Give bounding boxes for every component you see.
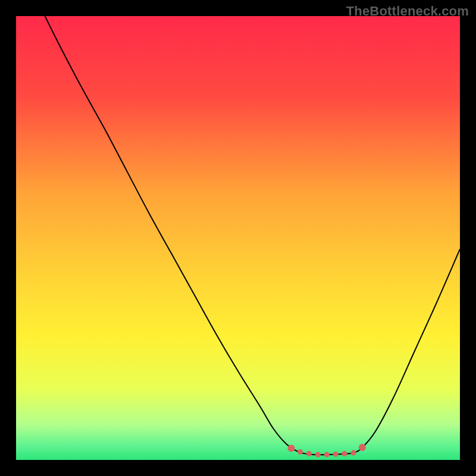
- gradient-background: [16, 16, 460, 460]
- chart-frame: TheBottleneck.com: [0, 0, 476, 476]
- watermark-label: TheBottleneck.com: [346, 4, 469, 19]
- marker-dot: [359, 444, 366, 451]
- marker-dot: [342, 451, 347, 456]
- marker-dot: [315, 452, 321, 458]
- marker-dot: [324, 452, 330, 458]
- marker-dot: [306, 451, 312, 456]
- bottleneck-chart: [16, 16, 460, 460]
- marker-dot: [298, 449, 303, 455]
- plot-area: [16, 16, 460, 460]
- marker-dot: [350, 450, 356, 456]
- marker-dot: [333, 452, 339, 457]
- marker-dot: [288, 445, 295, 452]
